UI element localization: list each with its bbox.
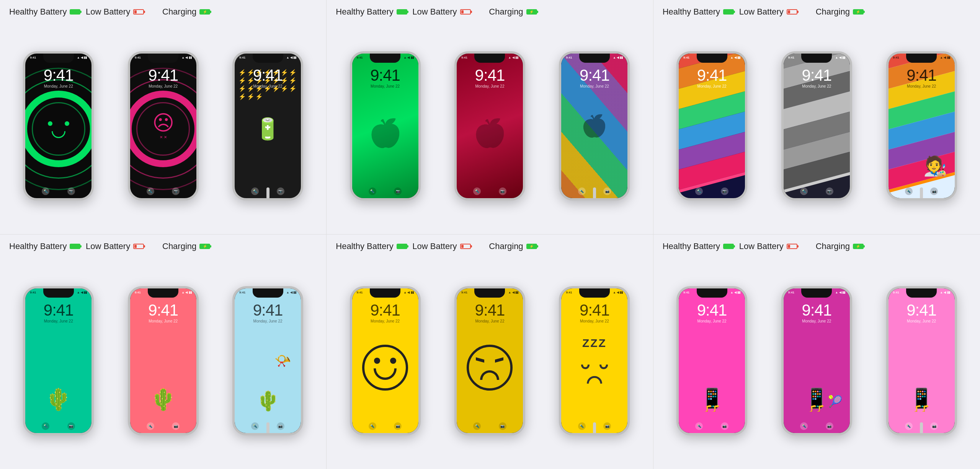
phone-1-healthy: 9:41 ▲ ◀ ▮▮ 9:41 Monday, June 22 🔦 📷 [23,51,94,200]
phone-wrap-1-low: ☹ ✕ ✕ 9:41▲ ◀ ▮▮ 9:41 Monday, June 22 🔦 [114,21,212,230]
phone-2-low: 🍎 9:41▲ ◀ ▮▮ 9:41 Monday, June 22 🔦 📷 [454,51,525,200]
charging-cable-1 [266,187,270,199]
phone-6-healthy: 📱 🦵🦵 9:41▲ ◀ ▮▮ 9:41 Monday, June 22 🔦 [676,286,747,435]
section-5: Healthy Battery Low Battery Charging [327,234,653,469]
phone-3-healthy: 9:41▲ ◀ ▮▮ 9:41 Monday, June 22 🔦 📷 [676,51,747,200]
section-3: Healthy Battery Low Battery Charging [653,0,980,234]
phone-3-charging: 🧑‍🎨 9:41▲ ◀ ▮▮ 9:41 Monday, June 22 🔦 📷 [886,51,957,200]
phone-4-low: 🌵 9:41▲ ◀ ▮▮ 9:41 Monday, June 22 🔦 📷 [128,286,199,435]
phone-time-1h: 9:41 Monday, June 22 [25,64,91,88]
phone-screen-1-low: ☹ ✕ ✕ 9:41▲ ◀ ▮▮ 9:41 Monday, June 22 [130,54,196,198]
section-4: Healthy Battery Low Battery Charging 🌵 [0,234,327,469]
phone-6-low: 📱 🦵🦵 🎾 9:41▲ ◀ ▮▮ 9:41 Monday, June 22 [781,286,852,435]
healthy-battery-icon-1 [70,9,80,15]
charging-label-2: Charging [489,7,565,17]
section-1-header: Healthy Battery Low Battery Charging [9,7,317,17]
low-label-2: Low Battery [412,7,489,17]
phone-wrap-1-healthy: 9:41 ▲ ◀ ▮▮ 9:41 Monday, June 22 🔦 📷 [9,21,108,230]
section-2: Healthy Battery Low Battery Charging 🍎 [327,0,653,234]
section-6: Healthy Battery Low Battery Charging [653,234,980,469]
section-3-header: Healthy Battery Low Battery Charging [663,7,971,17]
phone-1-charging: ⚡⚡⚡⚡⚡⚡⚡⚡⚡⚡⚡⚡⚡⚡⚡⚡⚡⚡⚡⚡⚡⚡⚡⚡ 🔋 9:41▲ ◀ ▮▮ 9:… [232,51,303,200]
status-bar-1h: 9:41 ▲ ◀ ▮▮ [25,56,91,59]
phone-screen-1-charging: ⚡⚡⚡⚡⚡⚡⚡⚡⚡⚡⚡⚡⚡⚡⚡⚡⚡⚡⚡⚡⚡⚡⚡⚡ 🔋 9:41▲ ◀ ▮▮ 9:… [235,54,301,198]
phone-screen-1-healthy: 9:41 ▲ ◀ ▮▮ 9:41 Monday, June 22 [25,54,91,198]
section-1: Healthy Battery Low Battery Charging [0,0,327,234]
phone-2-charging: 🍎 9:41▲ ◀ ▮▮ 9:41 Monday, June 22 🔦 📷 [559,51,630,200]
healthy-label-2: Healthy Battery [336,7,412,17]
phones-row-2: 🍎 9:41▲ ◀ ▮▮ 9:41 Monday, June 22 🔦 📷 [336,21,644,230]
phone-5-healthy: 9:41▲ ◀ ▮▮ 9:41 Monday, June 22 🔦 📷 [350,286,421,435]
phone-3-low: 9:41▲ ◀ ▮▮ 9:41 Monday, June 22 🔦 📷 [781,51,852,200]
charging-battery-icon-1 [199,9,210,15]
phone-4-healthy: 🌵 9:41▲ ◀ ▮▮ 9:41 Monday, June 22 🔦 📷 [23,286,94,435]
healthy-label-1: Healthy Battery [9,7,86,17]
phones-row-1: 9:41 ▲ ◀ ▮▮ 9:41 Monday, June 22 🔦 📷 [9,21,317,230]
phone-wrap-1-charging: ⚡⚡⚡⚡⚡⚡⚡⚡⚡⚡⚡⚡⚡⚡⚡⚡⚡⚡⚡⚡⚡⚡⚡⚡ 🔋 9:41▲ ◀ ▮▮ 9:… [219,21,317,230]
phone-1-low: ☹ ✕ ✕ 9:41▲ ◀ ▮▮ 9:41 Monday, June 22 🔦 [128,51,199,200]
low-battery-icon-1 [133,9,144,15]
flashlight-icon: 🔦 [42,187,49,195]
charging-label-1: Charging [162,7,239,17]
phone-4-charging: 🌵 📯 9:41▲ ◀ ▮▮ 9:41 Monday, June 22 [232,286,303,435]
section-2-header: Healthy Battery Low Battery Charging [336,7,644,17]
camera-icon: 📷 [67,187,75,195]
phone-5-charging: ZZZ 9:41▲ ◀ ▮▮ 9:41 [559,286,630,435]
phone-6-charging: 📱 🦵🦵 9:41▲ ◀ ▮▮ 9:41 Monday, June 22 [886,286,957,435]
main-grid: Healthy Battery Low Battery Charging [0,0,980,469]
low-label-1: Low Battery [86,7,162,17]
phone-5-low: 9:41▲ ◀ ▮▮ 9:41 Monday, June 22 🔦 📷 [454,286,525,435]
phone-bottom-1h: 🔦 📷 [25,187,91,195]
phone-2-healthy: 🍎 9:41▲ ◀ ▮▮ 9:41 Monday, June 22 🔦 📷 [350,51,421,200]
